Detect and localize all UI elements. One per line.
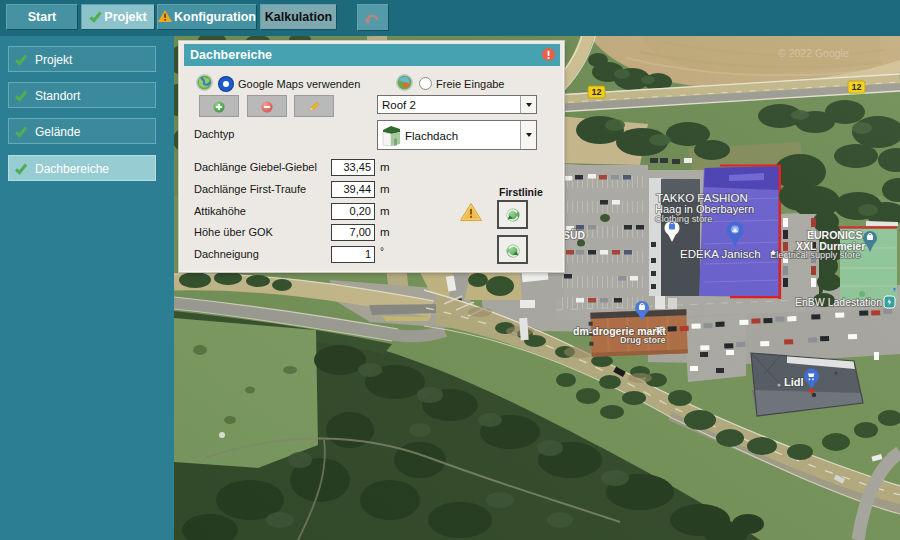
svg-text:© 2022 Google: © 2022 Google — [778, 47, 849, 59]
